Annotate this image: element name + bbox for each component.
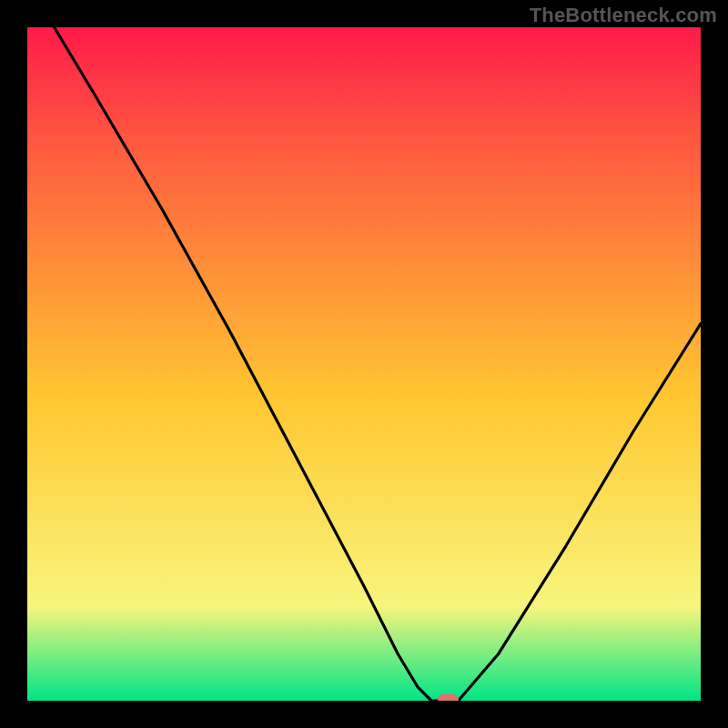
frame-bottom [0,701,728,728]
chart-stage: TheBottleneck.com [0,0,728,728]
gradient-background [27,27,701,701]
frame-left [0,0,27,728]
frame-right [701,0,728,728]
bottleneck-chart [0,0,728,728]
watermark-text: TheBottleneck.com [530,4,717,27]
